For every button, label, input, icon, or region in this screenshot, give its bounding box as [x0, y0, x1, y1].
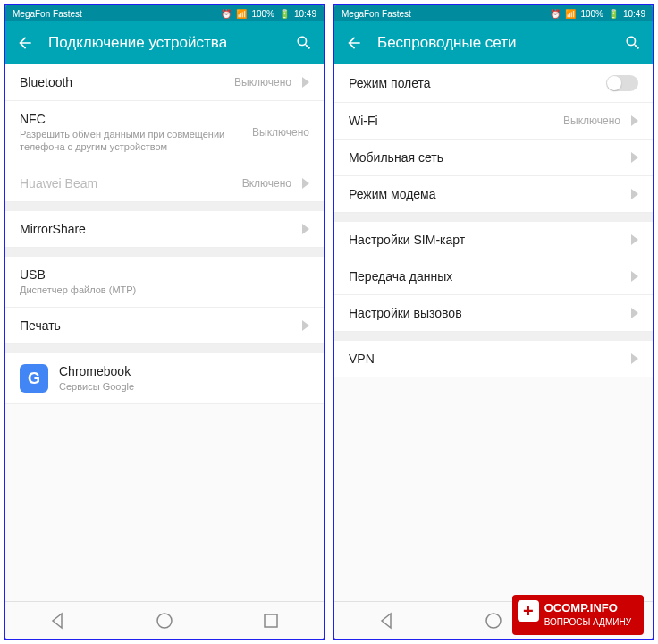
search-icon[interactable]	[624, 34, 642, 52]
item-main: MirrorShare	[20, 222, 291, 236]
chevron-right-icon	[631, 271, 638, 282]
item-value: Выключено	[252, 126, 309, 139]
list-item[interactable]: Передача данных	[334, 258, 653, 295]
battery-label: 100%	[251, 9, 274, 19]
list-item[interactable]: G Chromebook Сервисы Google	[5, 353, 324, 404]
item-main: Режим полета	[349, 76, 595, 90]
content: Режим полета Wi-Fi Выключено Мобильная с…	[334, 64, 653, 601]
signal-icon: 📶	[236, 9, 247, 19]
item-title: Мобильная сеть	[349, 150, 620, 165]
item-title: Huawei Beam	[20, 176, 232, 191]
item-value: Выключено	[563, 114, 620, 127]
nav-home-icon[interactable]	[483, 610, 504, 631]
battery-icon: 🔋	[608, 9, 619, 19]
chevron-right-icon	[631, 152, 638, 163]
item-title: NFC	[20, 112, 241, 126]
statusbar: MegaFon Fastest ⏰ 📶 100% 🔋 10:49	[5, 5, 324, 21]
list-item[interactable]: Bluetooth Выключено	[5, 64, 324, 101]
phone-right: MegaFon Fastest ⏰ 📶 100% 🔋 10:49 Беспров…	[333, 4, 654, 640]
watermark-sub: ВОПРОСЫ АДМИНУ	[544, 617, 631, 627]
header: Беспроводные сети	[334, 21, 653, 64]
item-title: Передача данных	[349, 269, 620, 284]
nav-back-icon[interactable]	[376, 610, 398, 631]
battery-label: 100%	[580, 9, 603, 19]
item-main: Настройки SIM-карт	[349, 233, 620, 247]
time-label: 10:49	[294, 9, 316, 19]
item-sub: Диспетчер файлов (MTP)	[20, 284, 309, 296]
watermark-title: OCOMP.INFO	[544, 601, 618, 614]
header: Подключение устройства	[5, 21, 324, 64]
item-title: VPN	[349, 352, 620, 366]
page-title: Беспроводные сети	[377, 34, 610, 52]
item-main: NFC Разрешить обмен данными при совмещен…	[20, 112, 241, 154]
item-title: USB	[20, 267, 309, 282]
item-title: Настройки SIM-карт	[349, 233, 620, 247]
back-icon[interactable]	[345, 34, 363, 52]
chevron-right-icon	[631, 308, 638, 318]
chevron-right-icon	[631, 115, 638, 126]
list-item[interactable]: NFC Разрешить обмен данными при совмещен…	[5, 101, 324, 165]
back-icon[interactable]	[16, 34, 34, 52]
navbar	[5, 601, 324, 639]
chevron-right-icon	[302, 320, 309, 331]
content: Bluetooth Выключено NFC Разрешить обмен …	[5, 64, 324, 601]
item-main: Chromebook Сервисы Google	[59, 364, 309, 393]
alarm-icon: ⏰	[221, 9, 232, 19]
divider	[5, 344, 324, 353]
divider	[334, 332, 653, 341]
divider	[5, 248, 324, 257]
item-main: Передача данных	[349, 269, 620, 284]
carrier-label: MegaFon Fastest	[13, 9, 82, 19]
chevron-right-icon	[302, 77, 309, 88]
nav-home-icon[interactable]	[154, 610, 175, 631]
carrier-label: MegaFon Fastest	[342, 9, 411, 19]
item-main: Настройки вызовов	[349, 306, 620, 320]
item-title: Bluetooth	[20, 75, 224, 89]
nav-recent-icon[interactable]	[260, 610, 282, 631]
time-label: 10:49	[623, 9, 645, 19]
list-item[interactable]: Настройки вызовов	[334, 295, 653, 332]
svg-rect-1	[265, 614, 277, 627]
item-value: Включено	[242, 177, 291, 190]
item-title: MirrorShare	[20, 222, 291, 236]
chevron-right-icon	[631, 353, 638, 364]
status-icons: ⏰ 📶 100% 🔋 10:49	[550, 9, 645, 19]
list-item[interactable]: Мобильная сеть	[334, 140, 653, 176]
divider	[334, 213, 653, 222]
item-main: Мобильная сеть	[349, 150, 620, 165]
page-title: Подключение устройства	[48, 34, 281, 52]
item-main: Режим модема	[349, 187, 620, 201]
watermark: + OCOMP.INFO ВОПРОСЫ АДМИНУ	[512, 595, 644, 635]
plus-icon: +	[518, 600, 539, 622]
item-main: Печать	[20, 318, 291, 333]
item-sub: Разрешить обмен данными при совмещении т…	[20, 128, 241, 154]
list-item[interactable]: MirrorShare	[5, 211, 324, 248]
list-item[interactable]: Режим модема	[334, 176, 653, 213]
item-title: Настройки вызовов	[349, 306, 620, 320]
item-main: Bluetooth	[20, 75, 224, 89]
statusbar: MegaFon Fastest ⏰ 📶 100% 🔋 10:49	[334, 5, 653, 21]
list-item[interactable]: Режим полета	[334, 64, 653, 103]
item-title: Печать	[20, 318, 291, 333]
item-title: Chromebook	[59, 364, 309, 378]
list-item[interactable]: Huawei Beam Включено	[5, 165, 324, 202]
toggle-switch[interactable]	[606, 75, 638, 91]
chevron-right-icon	[631, 189, 638, 199]
list-item[interactable]: Wi-Fi Выключено	[334, 103, 653, 140]
phone-left: MegaFon Fastest ⏰ 📶 100% 🔋 10:49 Подключ…	[4, 4, 325, 640]
battery-icon: 🔋	[279, 9, 290, 19]
list-item[interactable]: Печать	[5, 308, 324, 344]
item-title: Режим полета	[349, 76, 595, 90]
list-item[interactable]: VPN	[334, 341, 653, 377]
list-item[interactable]: USB Диспетчер файлов (MTP)	[5, 257, 324, 308]
item-title: Wi-Fi	[349, 114, 553, 128]
app-icon: G	[20, 364, 48, 393]
nav-back-icon[interactable]	[47, 610, 69, 631]
item-title: Режим модема	[349, 187, 620, 201]
item-sub: Сервисы Google	[59, 380, 309, 393]
item-value: Выключено	[234, 76, 291, 89]
item-main: VPN	[349, 352, 620, 366]
list-item[interactable]: Настройки SIM-карт	[334, 222, 653, 258]
item-main: USB Диспетчер файлов (MTP)	[20, 267, 309, 296]
search-icon[interactable]	[295, 34, 313, 52]
